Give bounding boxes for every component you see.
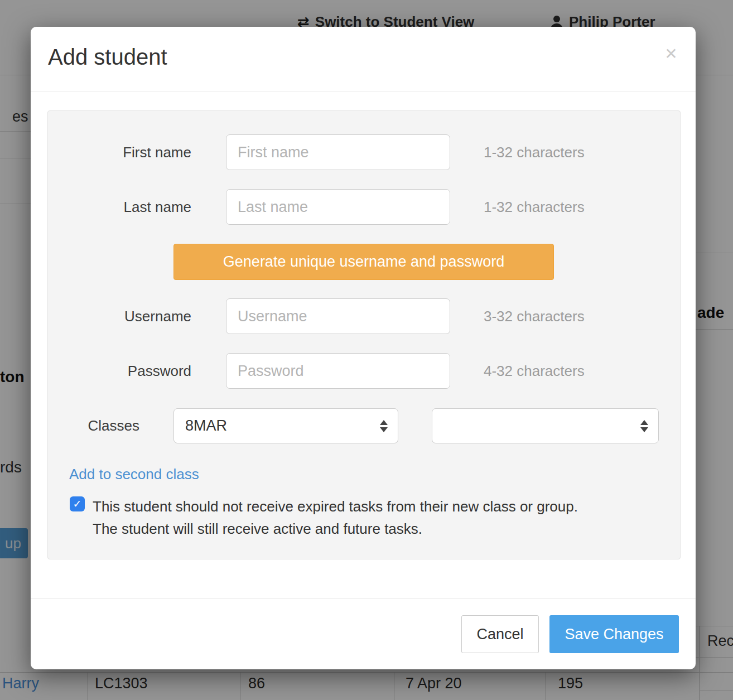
password-hint: 4-32 characters bbox=[484, 353, 585, 389]
username-hint: 3-32 characters bbox=[484, 298, 585, 334]
divider bbox=[31, 91, 696, 91]
select-arrows-icon bbox=[380, 420, 388, 432]
first-name-label: First name bbox=[48, 134, 191, 170]
password-label: Password bbox=[48, 353, 191, 389]
save-changes-button[interactable]: Save Changes bbox=[549, 615, 679, 653]
check-icon: ✓ bbox=[73, 498, 82, 510]
checkbox-line1: This student should not receive expired … bbox=[93, 498, 578, 515]
second-class-select[interactable] bbox=[432, 408, 659, 443]
form-panel: First name 1-32 characters Last name 1-3… bbox=[47, 110, 681, 559]
add-second-class-link[interactable]: Add to second class bbox=[69, 466, 199, 483]
last-name-hint: 1-32 characters bbox=[484, 189, 585, 225]
close-icon[interactable]: ✕ bbox=[660, 42, 682, 65]
classes-select-value: 8MAR bbox=[185, 417, 380, 435]
divider bbox=[31, 598, 696, 598]
first-name-input[interactable] bbox=[226, 134, 450, 170]
expired-tasks-checkbox[interactable]: ✓ bbox=[70, 496, 85, 511]
modal-title: Add student bbox=[48, 45, 167, 70]
generate-credentials-button[interactable]: Generate unique username and password bbox=[173, 244, 554, 280]
first-name-hint: 1-32 characters bbox=[484, 134, 585, 170]
last-name-label: Last name bbox=[48, 189, 191, 225]
classes-select[interactable]: 8MAR bbox=[173, 408, 398, 443]
password-input[interactable] bbox=[226, 353, 450, 389]
select-arrows-icon bbox=[640, 420, 648, 432]
cancel-button[interactable]: Cancel bbox=[461, 615, 539, 653]
username-input[interactable] bbox=[226, 298, 450, 334]
expired-tasks-checkbox-label: This student should not receive expired … bbox=[93, 495, 667, 540]
username-label: Username bbox=[48, 298, 191, 334]
last-name-input[interactable] bbox=[226, 189, 450, 225]
checkbox-line2: The student will still receive active an… bbox=[93, 520, 422, 537]
add-student-modal: Add student ✕ First name 1-32 characters… bbox=[31, 27, 696, 669]
classes-label: Classes bbox=[48, 408, 139, 443]
